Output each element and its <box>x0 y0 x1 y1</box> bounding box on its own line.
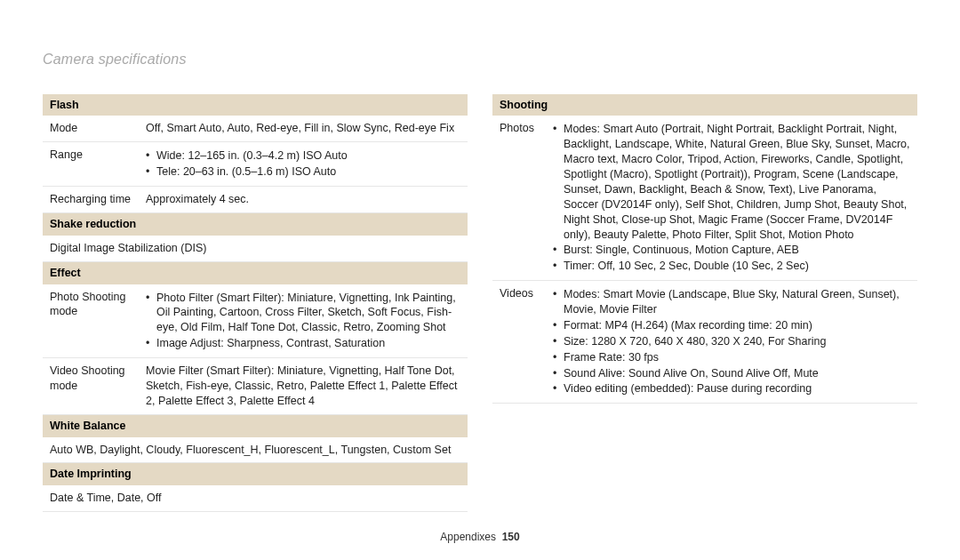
list-item: Video editing (embedded): Pause during r… <box>553 381 910 396</box>
row-shooting-videos: Videos Modes: Smart Movie (Landscape, Bl… <box>492 281 917 404</box>
section-effect-header: Effect <box>43 262 468 284</box>
value-effect-photo: Photo Filter (Smart Filter): Miniature, … <box>146 290 460 353</box>
list-item: Timer: Off, 10 Sec, 2 Sec, Double (10 Se… <box>553 259 910 274</box>
section-date-header: Date Imprinting <box>43 463 468 485</box>
label-flash-range: Range <box>50 148 146 163</box>
row-shooting-photos: Photos Modes: Smart Auto (Portrait, Nigh… <box>492 116 917 281</box>
left-column: Flash Mode Off, Smart Auto, Auto, Red-ey… <box>43 94 468 513</box>
row-flash-mode: Mode Off, Smart Auto, Auto, Red-eye, Fil… <box>43 116 468 142</box>
row-date: Date & Time, Date, Off <box>43 485 468 512</box>
value-flash-recharge: Approximately 4 sec. <box>146 192 460 207</box>
row-flash-range: Range Wide: 12–165 in. (0.3–4.2 m) ISO A… <box>43 142 468 187</box>
list-item: Image Adjust: Sharpness, Contrast, Satur… <box>146 336 460 351</box>
right-column: Shooting Photos Modes: Smart Auto (Portr… <box>492 94 917 513</box>
shooting-photos-bullets: Modes: Smart Auto (Portrait, Night Portr… <box>553 122 910 274</box>
section-flash-header: Flash <box>43 94 468 116</box>
row-wb: Auto WB, Daylight, Cloudy, Fluorescent_H… <box>43 437 468 464</box>
label-shooting-videos: Videos <box>500 286 553 301</box>
label-effect-video: Video Shooting mode <box>50 364 146 394</box>
section-shooting-header: Shooting <box>492 94 917 116</box>
list-item: Tele: 20–63 in. (0.5–1.6 m) ISO Auto <box>146 164 460 180</box>
row-effect-photo: Photo Shooting mode Photo Filter (Smart … <box>43 284 468 359</box>
value-effect-video: Movie Filter (Smart Filter): Miniature, … <box>146 364 460 409</box>
value-flash-range: Wide: 12–165 in. (0.3–4.2 m) ISO Auto Te… <box>146 148 460 180</box>
row-flash-recharge: Recharging time Approximately 4 sec. <box>43 187 468 213</box>
shooting-videos-bullets: Modes: Smart Movie (Landscape, Blue Sky,… <box>553 287 910 396</box>
list-item: Format: MP4 (H.264) (Max recording time:… <box>553 318 910 333</box>
label-flash-recharge: Recharging time <box>50 192 146 207</box>
page: Camera specifications Flash Mode Off, Sm… <box>0 0 960 512</box>
label-effect-photo: Photo Shooting mode <box>50 290 146 320</box>
value-shooting-photos: Modes: Smart Auto (Portrait, Night Portr… <box>553 121 910 275</box>
list-item: Modes: Smart Auto (Portrait, Night Portr… <box>553 122 910 242</box>
row-effect-video: Video Shooting mode Movie Filter (Smart … <box>43 358 468 415</box>
footer-section: Appendixes <box>440 531 496 543</box>
section-shake-header: Shake reduction <box>43 213 468 236</box>
label-shooting-photos: Photos <box>500 121 553 136</box>
footer-page-number: 150 <box>502 531 520 543</box>
row-shake: Digital Image Stabilization (DIS) <box>43 236 468 262</box>
list-item: Sound Alive: Sound Alive On, Sound Alive… <box>553 366 910 381</box>
columns: Flash Mode Off, Smart Auto, Auto, Red-ey… <box>43 94 917 513</box>
section-wb-header: White Balance <box>43 415 468 437</box>
list-item: Burst: Single, Continuous, Motion Captur… <box>553 243 910 258</box>
value-shooting-videos: Modes: Smart Movie (Landscape, Blue Sky,… <box>553 286 910 397</box>
page-title: Camera specifications <box>43 50 917 69</box>
list-item: Wide: 12–165 in. (0.3–4.2 m) ISO Auto <box>146 148 460 164</box>
effect-photo-bullets: Photo Filter (Smart Filter): Miniature, … <box>146 291 460 352</box>
flash-range-bullets: Wide: 12–165 in. (0.3–4.2 m) ISO Auto Te… <box>146 148 460 180</box>
list-item: Modes: Smart Movie (Landscape, Blue Sky,… <box>553 287 910 317</box>
list-item: Frame Rate: 30 fps <box>553 350 910 365</box>
list-item: Photo Filter (Smart Filter): Miniature, … <box>146 291 460 336</box>
value-flash-mode: Off, Smart Auto, Auto, Red-eye, Fill in,… <box>146 121 460 136</box>
label-flash-mode: Mode <box>50 121 146 136</box>
page-footer: Appendixes 150 <box>0 530 960 544</box>
list-item: Size: 1280 X 720, 640 X 480, 320 X 240, … <box>553 334 910 349</box>
